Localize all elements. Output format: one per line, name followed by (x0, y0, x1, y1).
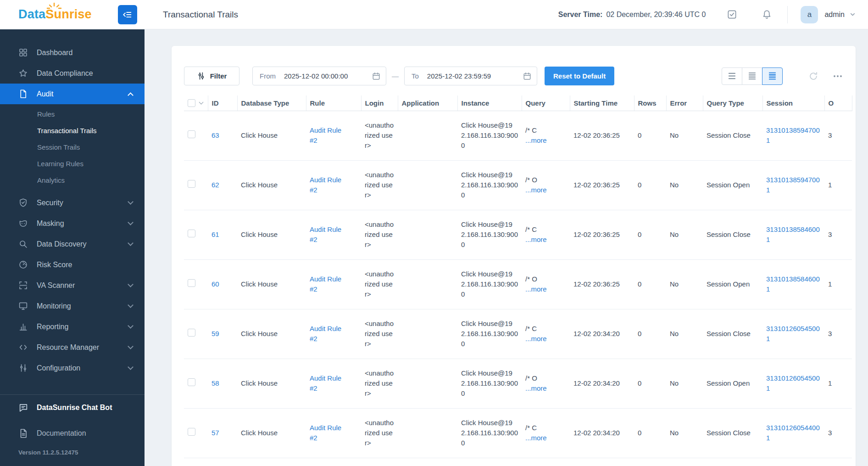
audit-rule-link[interactable]: Audit Rule #2 (310, 175, 348, 195)
more-actions-button[interactable] (832, 71, 843, 82)
session-link[interactable]: 313101385947001 (766, 176, 820, 194)
trail-id-link[interactable]: 61 (211, 230, 219, 238)
column-header-database-type[interactable]: Database Type (237, 95, 306, 111)
notifications-button[interactable] (762, 9, 773, 20)
toolbar: Filter From 2025-12-02 00:00:00 — To 202… (184, 67, 843, 85)
row-checkbox[interactable] (188, 279, 195, 287)
column-header-session[interactable]: Session (762, 95, 824, 111)
row-density-large-button[interactable] (722, 67, 742, 85)
column-header-login[interactable]: Login (361, 95, 398, 111)
column-header-error[interactable]: Error (666, 95, 703, 111)
sidebar-item-chatbot[interactable]: DataSunrise Chat Bot (0, 395, 145, 421)
sidebar-collapse-button[interactable] (118, 5, 137, 24)
from-calendar-button[interactable] (372, 72, 380, 80)
sidebar-item-label: Reporting (37, 323, 68, 331)
query-preview: /* C (525, 126, 537, 134)
sun-rays-icon (46, 2, 62, 10)
user-menu-button[interactable] (849, 11, 856, 18)
tasks-button[interactable] (727, 9, 738, 20)
table-tools (722, 67, 843, 85)
sidebar-item-masking[interactable]: Masking (0, 213, 145, 234)
audit-rule-link[interactable]: Audit Rule #2 (310, 274, 348, 294)
session-link[interactable]: 313101260545001 (766, 325, 820, 342)
row-checkbox[interactable] (188, 130, 195, 138)
row-checkbox[interactable] (188, 180, 195, 188)
sidebar-subitem-session-trails[interactable]: Session Trails (0, 139, 145, 156)
trail-id-link[interactable]: 57 (211, 429, 219, 437)
trail-id-link[interactable]: 63 (211, 131, 219, 139)
row-checkbox[interactable] (188, 428, 195, 436)
sidebar-item-monitoring[interactable]: Monitoring (0, 296, 145, 316)
query-cell: /* C ...more (522, 309, 570, 359)
session-link[interactable]: 313101385846001 (766, 225, 820, 243)
query-more-link[interactable]: ...more (525, 135, 566, 146)
query-more-link[interactable]: ...more (525, 235, 566, 245)
session-link[interactable]: 313101260544001 (766, 424, 820, 442)
chevron-down-icon (128, 302, 134, 308)
sidebar-subitem-learning-rules[interactable]: Learning Rules (0, 156, 145, 172)
sidebar-subitem-analytics[interactable]: Analytics (0, 172, 145, 189)
to-calendar-button[interactable] (523, 72, 531, 80)
column-header-rows[interactable]: Rows (634, 95, 666, 111)
column-header-instance[interactable]: Instance (457, 95, 522, 111)
column-header-starting-time[interactable]: Starting Time (570, 95, 634, 111)
select-menu-caret-icon[interactable] (199, 100, 204, 105)
instance-cell: Click House@192.168.116.130:9000 (457, 111, 522, 160)
database-type-cell: Click House (237, 309, 306, 359)
sidebar-item-data-discovery[interactable]: Data Discovery (0, 234, 145, 254)
session-link[interactable]: 313101385846001 (766, 275, 820, 293)
row-checkbox[interactable] (188, 378, 195, 386)
sidebar-item-data-compliance[interactable]: Data Compliance (0, 63, 145, 84)
sidebar-subitem-transactional-trails[interactable]: Transactional Trails (0, 123, 145, 139)
reset-to-default-button[interactable]: Reset to Default (545, 67, 614, 85)
column-header-application[interactable]: Application (398, 95, 457, 111)
sidebar-item-security[interactable]: Security (0, 192, 145, 213)
user-name[interactable]: admin (824, 11, 845, 19)
query-more-link[interactable]: ...more (525, 433, 566, 443)
query-more-link[interactable]: ...more (525, 185, 566, 195)
sidebar-item-audit[interactable]: Audit (0, 84, 145, 104)
audit-rule-link[interactable]: Audit Rule #2 (310, 225, 348, 245)
datasunrise-logo[interactable]: DataSunrise (18, 7, 92, 22)
audit-rule-link[interactable]: Audit Rule #2 (310, 373, 348, 393)
row-checkbox[interactable] (188, 230, 195, 237)
column-header-query[interactable]: Query (522, 95, 570, 111)
user-avatar[interactable]: a (801, 6, 818, 23)
calendar-icon (372, 72, 380, 80)
trail-id-link[interactable]: 62 (211, 181, 219, 189)
query-more-link[interactable]: ...more (525, 383, 566, 393)
sidebar-item-documentation[interactable]: Documentation (0, 421, 145, 446)
sidebar: DataSunrise DashboardData ComplianceAudi… (0, 0, 145, 466)
column-header-query-type[interactable]: Query Type (703, 95, 762, 111)
row-density-medium-button[interactable] (742, 67, 762, 85)
filter-button[interactable]: Filter (184, 67, 239, 85)
audit-rule-link[interactable]: Audit Rule #2 (310, 125, 348, 146)
sidebar-item-va-scanner[interactable]: VA Scanner (0, 275, 145, 296)
query-more-link[interactable]: ...more (525, 334, 566, 344)
column-header-operation[interactable]: O (824, 95, 852, 111)
session-link[interactable]: 313101260545001 (766, 374, 820, 392)
sidebar-item-reporting[interactable]: Reporting (0, 316, 145, 337)
trail-id-link[interactable]: 58 (211, 379, 219, 387)
trail-id-link[interactable]: 59 (211, 330, 219, 337)
sidebar-subitem-rules[interactable]: Rules (0, 106, 145, 123)
select-all-checkbox[interactable] (188, 99, 195, 107)
sidebar-item-configuration[interactable]: Configuration (0, 358, 145, 378)
to-date-input[interactable]: To 2025-12-02 23:59:59 (404, 67, 537, 85)
select-column-header (184, 95, 208, 111)
sidebar-item-dashboard[interactable]: Dashboard (0, 42, 145, 63)
row-checkbox[interactable] (188, 329, 195, 337)
sidebar-item-resource-manager[interactable]: Resource Manager (0, 337, 145, 358)
refresh-button[interactable] (808, 71, 818, 81)
column-header-id[interactable]: ID (208, 95, 237, 111)
query-more-link[interactable]: ...more (525, 284, 566, 294)
audit-rule-link[interactable]: Audit Rule #2 (310, 423, 348, 443)
sidebar-item-risk-score[interactable]: Risk Score (0, 254, 145, 275)
table-row: 58 Click House Audit Rule #2 <unauthoriz… (184, 359, 852, 408)
row-density-small-button[interactable] (762, 67, 783, 85)
column-header-rule[interactable]: Rule (306, 95, 361, 111)
audit-rule-link[interactable]: Audit Rule #2 (310, 324, 348, 344)
from-date-input[interactable]: From 2025-12-02 00:00:00 (252, 67, 386, 85)
session-link[interactable]: 313101385947001 (766, 126, 820, 144)
trail-id-link[interactable]: 60 (211, 280, 219, 288)
